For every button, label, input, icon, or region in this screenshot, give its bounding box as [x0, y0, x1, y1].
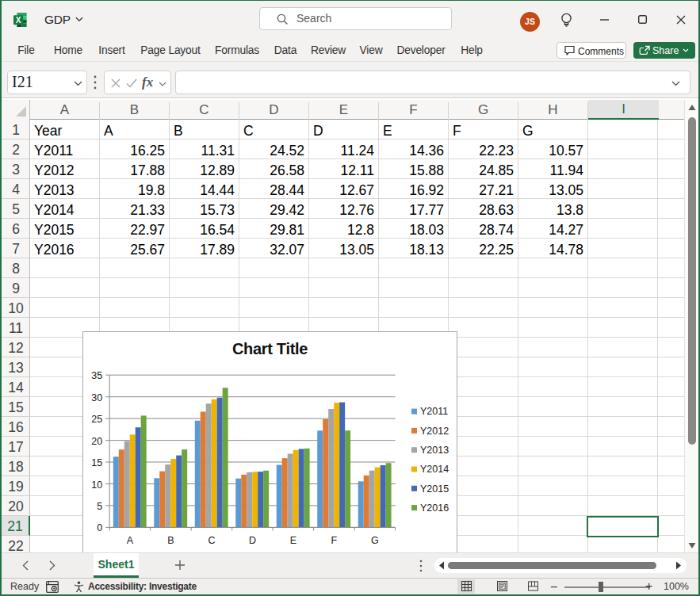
svg-text:Y2014: Y2014 — [420, 464, 449, 475]
svg-text:E: E — [290, 535, 296, 546]
svg-text:Y2015: Y2015 — [420, 483, 449, 495]
svg-text:F: F — [331, 535, 338, 546]
svg-text:30: 30 — [91, 392, 102, 403]
svg-text:B: B — [167, 535, 174, 546]
svg-text:5: 5 — [97, 501, 102, 512]
svg-text:10: 10 — [91, 479, 102, 491]
svg-text:C: C — [208, 535, 215, 546]
svg-text:Y2013: Y2013 — [420, 445, 449, 456]
svg-text:Y2016: Y2016 — [420, 502, 449, 514]
svg-text:25: 25 — [91, 414, 102, 425]
svg-text:20: 20 — [91, 436, 102, 447]
svg-text:D: D — [249, 535, 256, 546]
svg-text:A: A — [127, 535, 134, 546]
svg-text:Y2012: Y2012 — [420, 426, 449, 437]
svg-text:35: 35 — [91, 370, 102, 381]
svg-text:X: X — [16, 16, 21, 25]
svg-text:Chart Title: Chart Title — [232, 340, 308, 357]
svg-text:0: 0 — [97, 522, 102, 533]
svg-text:Y2011: Y2011 — [420, 406, 448, 417]
svg-text:G: G — [371, 535, 379, 546]
svg-text:15: 15 — [91, 457, 102, 468]
